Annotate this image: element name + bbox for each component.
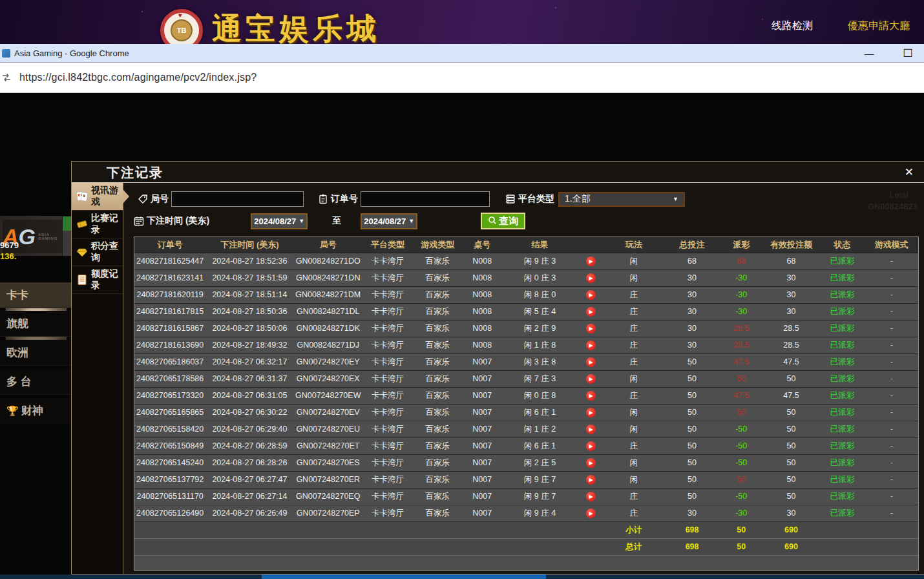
cell-game: 百家乐 — [413, 505, 462, 521]
cell-play: 庄 — [605, 286, 663, 303]
platform-selected-value: 1.全部 — [565, 193, 591, 205]
cell-game: 百家乐 — [413, 269, 462, 286]
horizontal-scrollbar[interactable] — [0, 574, 924, 579]
cell-video: ▶ — [578, 488, 605, 505]
hall-item-multi[interactable]: 多 台 — [0, 369, 71, 395]
tab-match-records[interactable]: 比赛记录 — [72, 211, 123, 238]
play-video-icon[interactable]: ▶ — [586, 408, 596, 417]
scrollbar-thumb[interactable] — [262, 574, 546, 579]
cell-bet: 30 — [663, 269, 721, 286]
chrome-urlbar[interactable]: https://gci.l842tbgc.com/agingame/pcv2/i… — [0, 63, 924, 93]
date-to-picker[interactable]: 2024/08/27▼ — [361, 213, 417, 229]
chevron-down-icon: ▼ — [408, 218, 414, 224]
cell-time: 2024-08-27 06:31:05 — [205, 387, 293, 404]
cell-video: ▶ — [578, 303, 605, 320]
promo-hall-link[interactable]: 優惠申請大廳 — [848, 19, 910, 33]
cell-game: 百家乐 — [413, 286, 462, 303]
cell-video: ▶ — [578, 404, 605, 421]
cell-status: 已派彩 — [821, 404, 864, 421]
subtotal-valid: 690 — [761, 521, 821, 538]
tab-points-query[interactable]: 积分查询 — [72, 238, 123, 266]
cell-bet: 50 — [663, 488, 721, 505]
cell-table_no: N008 — [462, 286, 502, 303]
cell-mode: - — [864, 437, 919, 454]
close-icon[interactable]: ✕ — [905, 165, 914, 179]
cell-order: 240827181617815 — [134, 303, 205, 320]
play-video-icon[interactable]: ▶ — [586, 475, 596, 485]
play-video-icon[interactable]: ▶ — [586, 341, 596, 350]
cell-payout: 28.5 — [721, 320, 761, 337]
cell-result: 闲 0 庄 8 — [502, 387, 577, 404]
cell-video: ▶ — [578, 353, 605, 370]
cell-platform: 卡卡湾厅 — [362, 320, 413, 337]
hall-item-europe[interactable]: 欧洲 — [0, 340, 71, 366]
play-video-icon[interactable]: ▶ — [586, 391, 596, 401]
hall-item-flagship[interactable]: 旗舰 — [0, 311, 71, 337]
search-button[interactable]: 查询 — [481, 213, 525, 229]
cell-payout: -50 — [721, 454, 761, 471]
total-valid: 690 — [761, 538, 821, 555]
play-video-icon[interactable]: ▶ — [586, 257, 596, 266]
cell-video: ▶ — [578, 370, 605, 387]
play-video-icon[interactable]: ▶ — [586, 458, 596, 468]
cell-game: 百家乐 — [413, 488, 462, 505]
play-video-icon[interactable]: ▶ — [586, 273, 596, 283]
cell-play: 闲 — [605, 471, 663, 488]
cell-status: 已派彩 — [821, 320, 864, 337]
date-to-value: 2024/08/27 — [364, 216, 406, 226]
tab-live-games[interactable]: K♥9 视讯游戏 — [72, 183, 123, 211]
cell-order: 240827181613690 — [134, 337, 205, 353]
cell-video: ▶ — [578, 454, 605, 471]
platform-type-select[interactable]: 1.全部 ▼ — [558, 192, 685, 207]
play-video-icon[interactable]: ▶ — [586, 425, 596, 434]
order-no-input[interactable] — [361, 191, 490, 207]
play-video-icon[interactable]: ▶ — [586, 290, 596, 300]
table-row: 2408270651377922024-08-27 06:27:47GN0072… — [134, 471, 919, 488]
date-from-picker[interactable]: 2024/08/27▼ — [251, 213, 308, 229]
cell-order: 240827065178586 — [134, 370, 205, 387]
table-row: 2408270651733202024-08-27 06:31:05GN0072… — [134, 387, 919, 404]
cell-table_no: N007 — [462, 454, 502, 471]
cell-round: GN007248270EP — [294, 505, 362, 521]
cell-order: 240827065173320 — [134, 387, 205, 404]
site-logo-text: 通宝娱乐城 — [212, 9, 380, 44]
cell-play: 闲 — [605, 454, 663, 471]
play-video-icon[interactable]: ▶ — [586, 441, 596, 451]
hall-item-kaka[interactable]: 卡卡 — [0, 282, 71, 308]
url-text[interactable]: https://gci.l842tbgc.com/agingame/pcv2/i… — [19, 72, 257, 83]
tab-credit-records[interactable]: 额度记录 — [72, 266, 123, 294]
play-video-icon[interactable]: ▶ — [586, 357, 596, 367]
cell-table_no: N008 — [462, 320, 502, 337]
cell-platform: 卡卡湾厅 — [362, 454, 413, 471]
cell-mode: - — [864, 488, 919, 505]
cell-game: 百家乐 — [413, 421, 462, 437]
table-row: 2408270651658652024-08-27 06:30:22GN0072… — [134, 404, 919, 421]
cell-payout: 50 — [721, 370, 761, 387]
cell-status: 已派彩 — [821, 387, 864, 404]
cell-bet: 68 — [663, 253, 721, 269]
col-play: 玩法 — [605, 237, 663, 253]
cell-play: 庄 — [605, 353, 663, 370]
play-video-icon[interactable]: ▶ — [586, 492, 596, 501]
cell-valid: 50 — [761, 370, 821, 387]
round-no-input[interactable] — [171, 191, 304, 207]
site-settings-icon[interactable] — [1, 72, 12, 83]
cell-order: 240827065186037 — [134, 353, 205, 370]
line-check-link[interactable]: 线路检测 — [772, 19, 813, 33]
cell-video: ▶ — [578, 269, 605, 286]
cell-round: GN008248271DO — [294, 253, 362, 269]
hall-item-tournament[interactable]: 🏆财神 — [0, 398, 71, 424]
play-video-icon[interactable]: ▶ — [586, 509, 596, 518]
round-no-label: 局号 — [151, 193, 169, 205]
maximize-button[interactable]: ☐ — [902, 47, 914, 60]
cell-result: 闲 9 庄 7 — [502, 488, 577, 505]
cell-time: 2024-08-27 06:29:40 — [205, 421, 293, 437]
play-video-icon[interactable]: ▶ — [586, 374, 596, 384]
cell-time: 2024-08-27 06:31:37 — [205, 370, 293, 387]
play-video-icon[interactable]: ▶ — [586, 324, 596, 333]
minimize-button[interactable]: — — [863, 48, 875, 59]
cell-table_no: N007 — [462, 505, 502, 521]
cell-table_no: N007 — [462, 437, 502, 454]
cell-mode: - — [864, 303, 919, 320]
play-video-icon[interactable]: ▶ — [586, 307, 596, 317]
